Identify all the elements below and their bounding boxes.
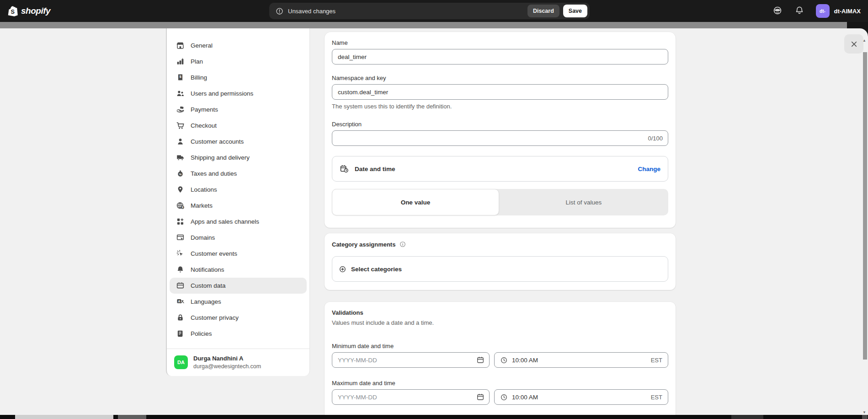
taskbar-strip bbox=[0, 415, 868, 419]
min-date-input[interactable] bbox=[332, 352, 490, 368]
plus-circle-icon bbox=[339, 265, 346, 273]
policies-icon bbox=[176, 329, 185, 338]
one-value-option[interactable]: One value bbox=[332, 189, 499, 215]
sidebar-item-label: Taxes and duties bbox=[191, 170, 237, 177]
svg-text:%: % bbox=[179, 172, 182, 176]
list-of-values-option[interactable]: List of values bbox=[499, 189, 668, 215]
scrollbar-down-arrow[interactable]: ▼ bbox=[862, 410, 867, 414]
banner-actions: Discard Save bbox=[527, 5, 587, 17]
payments-icon bbox=[176, 105, 185, 114]
shopify-logo[interactable]: S shopify bbox=[7, 5, 50, 17]
sidebar-user[interactable]: DA Durga Nandhini A durga@wedesigntech.c… bbox=[167, 349, 309, 376]
store-menu[interactable]: dt- dt-AIMAX bbox=[816, 4, 861, 18]
sidebar-item-customer-accounts[interactable]: Customer accounts bbox=[170, 134, 307, 150]
sidebar-item-notifications[interactable]: Notifications bbox=[170, 262, 307, 278]
store-icon bbox=[176, 41, 185, 50]
bell-icon bbox=[794, 5, 804, 16]
sidebar-item-label: Users and permissions bbox=[191, 90, 253, 97]
content-type-box: Date and time Change bbox=[332, 156, 668, 182]
sidekick-assistant-button[interactable] bbox=[772, 5, 783, 16]
description-input[interactable] bbox=[332, 130, 668, 146]
sidebar-item-languages[interactable]: A Languages bbox=[170, 294, 307, 310]
namespace-label: Namespace and key bbox=[332, 75, 668, 81]
sidebar-item-label: Customer events bbox=[191, 250, 237, 257]
plan-icon bbox=[176, 57, 185, 66]
shopify-settings-screen: S shopify Unsaved changes Discard Save bbox=[0, 0, 868, 419]
sidebar-item-label: Customer accounts bbox=[191, 138, 244, 145]
sidebar-item-customer-privacy[interactable]: Customer privacy bbox=[170, 310, 307, 326]
sidebar-item-payments[interactable]: Payments bbox=[170, 102, 307, 118]
select-categories-label: Select categories bbox=[351, 266, 402, 273]
sidebar-item-general[interactable]: General bbox=[170, 38, 307, 54]
user-email: durga@wedesigntech.com bbox=[193, 363, 261, 370]
events-icon bbox=[176, 249, 185, 258]
settings-nav: General Plan $ Billing Users and permiss… bbox=[167, 28, 309, 349]
min-date-label: Minimum date and time bbox=[332, 343, 668, 349]
locations-icon bbox=[176, 185, 185, 194]
settings-modal: General Plan $ Billing Users and permiss… bbox=[0, 28, 868, 419]
svg-text:$: $ bbox=[182, 206, 183, 209]
clock-icon bbox=[500, 393, 508, 401]
change-type-link[interactable]: Change bbox=[638, 166, 660, 172]
validations-title: Validations bbox=[332, 309, 668, 316]
sidebar-item-users-and-permissions[interactable]: Users and permissions bbox=[170, 86, 307, 102]
namespace-key-input[interactable] bbox=[332, 84, 668, 100]
cardinality-selector: One value List of values bbox=[332, 189, 668, 215]
notifications-button[interactable] bbox=[794, 5, 805, 16]
sidebar-item-apps-and-sales-channels[interactable]: Apps and sales channels bbox=[170, 214, 307, 230]
min-time-value: 10:00 AM bbox=[512, 357, 538, 364]
customdata-icon bbox=[176, 281, 185, 290]
sidebar-item-custom-data[interactable]: Custom data bbox=[170, 278, 307, 294]
close-icon bbox=[850, 40, 858, 48]
sidebar-item-label: Markets bbox=[191, 202, 213, 209]
max-time-value: 10:00 AM bbox=[512, 394, 538, 401]
taskbar-segment bbox=[118, 415, 146, 419]
definition-card: Name Namespace and key The system uses t… bbox=[325, 32, 676, 228]
sidebar-item-domains[interactable]: Domains bbox=[170, 230, 307, 246]
content-type-label: Date and time bbox=[355, 166, 395, 172]
name-input[interactable] bbox=[332, 49, 668, 64]
sidebar-item-customer-events[interactable]: Customer events bbox=[170, 246, 307, 262]
sidebar-item-locations[interactable]: Locations bbox=[170, 182, 307, 198]
close-settings-button[interactable] bbox=[844, 34, 863, 54]
scrollbar-up-arrow[interactable]: ▲ bbox=[862, 38, 867, 43]
taskbar-segment bbox=[15, 415, 113, 419]
sidebar-item-label: Languages bbox=[191, 298, 221, 305]
info-icon[interactable] bbox=[399, 241, 406, 248]
billing-icon: $ bbox=[176, 73, 185, 82]
sidebar-item-billing[interactable]: $ Billing bbox=[170, 70, 307, 86]
select-categories-button[interactable]: Select categories bbox=[332, 256, 668, 282]
sidebar-item-plan[interactable]: Plan bbox=[170, 54, 307, 70]
sidebar-item-markets[interactable]: $ Markets bbox=[170, 198, 307, 214]
taxes-icon: % bbox=[176, 169, 185, 178]
sidebar-item-label: Locations bbox=[191, 186, 217, 193]
scrollbar-thumb[interactable] bbox=[863, 52, 867, 360]
sidebar-item-label: General bbox=[191, 42, 213, 49]
namespace-help-text: The system uses this to identify the def… bbox=[332, 103, 668, 110]
discard-button[interactable]: Discard bbox=[527, 5, 559, 17]
sidebar-item-label: Policies bbox=[191, 330, 212, 337]
topbar: S shopify Unsaved changes Discard Save bbox=[0, 0, 868, 22]
max-date-label: Maximum date and time bbox=[332, 380, 668, 387]
languages-icon: A bbox=[176, 297, 185, 306]
sidebar-item-taxes-and-duties[interactable]: % Taxes and duties bbox=[170, 166, 307, 182]
sidebar-item-checkout[interactable]: Checkout bbox=[170, 118, 307, 134]
sidebar-item-label: Domains bbox=[191, 234, 215, 241]
settings-sidebar: General Plan $ Billing Users and permiss… bbox=[166, 28, 310, 376]
svg-text:A: A bbox=[178, 300, 180, 303]
sidebar-item-policies[interactable]: Policies bbox=[170, 326, 307, 342]
validations-card: Validations Values must include a date a… bbox=[325, 302, 676, 419]
sidebar-item-label: Shipping and delivery bbox=[191, 154, 250, 161]
store-name: dt-AIMAX bbox=[834, 8, 861, 15]
sidebar-item-label: Billing bbox=[191, 74, 207, 81]
unsaved-changes-banner: Unsaved changes Discard Save bbox=[269, 3, 590, 19]
category-assignments-card: Category assignments Select categories bbox=[325, 233, 676, 290]
max-date-input[interactable] bbox=[332, 389, 490, 405]
save-button[interactable]: Save bbox=[563, 5, 587, 17]
apps-icon bbox=[176, 217, 185, 226]
min-time-input[interactable]: 10:00 AM EST bbox=[494, 352, 668, 368]
max-time-input[interactable]: 10:00 AM EST bbox=[494, 389, 668, 405]
alert-icon bbox=[275, 7, 284, 16]
sidebar-item-shipping-and-delivery[interactable]: Shipping and delivery bbox=[170, 150, 307, 166]
checkout-icon bbox=[176, 121, 185, 130]
